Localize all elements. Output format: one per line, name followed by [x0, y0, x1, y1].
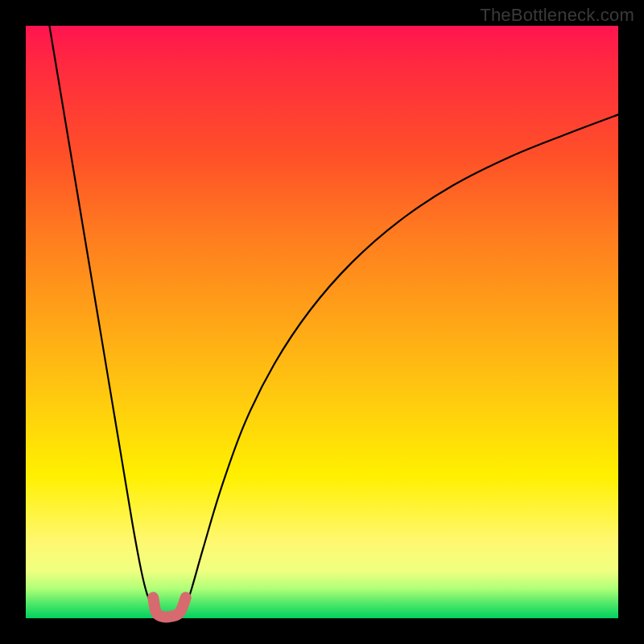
curve-layer [26, 26, 618, 618]
valley-highlight [153, 597, 185, 617]
plot-area [26, 26, 618, 618]
chart-frame: TheBottleneck.com [0, 0, 644, 644]
right-branch-curve [186, 114, 618, 606]
watermark-text: TheBottleneck.com [480, 5, 634, 26]
left-branch-curve [49, 26, 153, 606]
